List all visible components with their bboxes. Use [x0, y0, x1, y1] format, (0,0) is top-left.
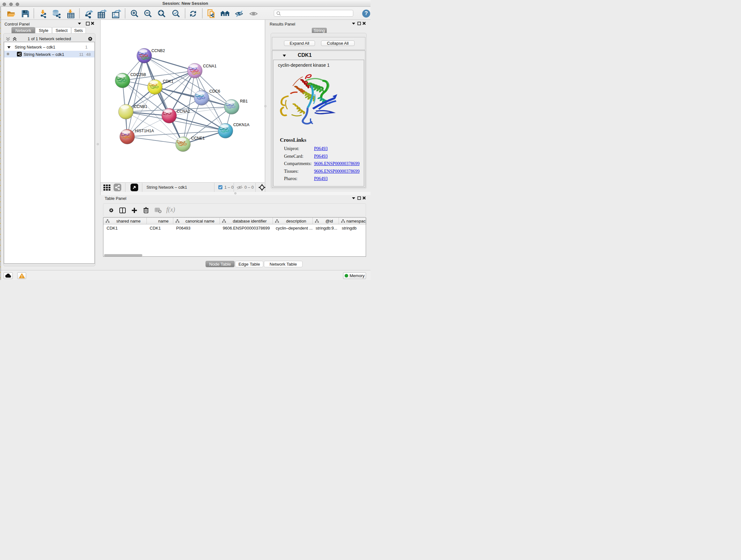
- svg-text:CCNB1: CCNB1: [134, 105, 147, 109]
- svg-text:HIST1H1A: HIST1H1A: [135, 129, 154, 133]
- svg-text:CDK1: CDK1: [163, 79, 173, 84]
- svg-text:CCNA1: CCNA1: [203, 64, 216, 68]
- svg-text:CDC25B: CDC25B: [131, 72, 146, 77]
- svg-text:RB1: RB1: [240, 99, 248, 104]
- svg-text:CDKN1A: CDKN1A: [233, 123, 250, 127]
- svg-text:CCNE1: CCNE1: [191, 136, 205, 140]
- svg-text:CCNB2: CCNB2: [151, 49, 165, 53]
- svg-text:CDC6: CDC6: [209, 89, 220, 94]
- svg-text:CCNA2: CCNA2: [177, 109, 190, 114]
